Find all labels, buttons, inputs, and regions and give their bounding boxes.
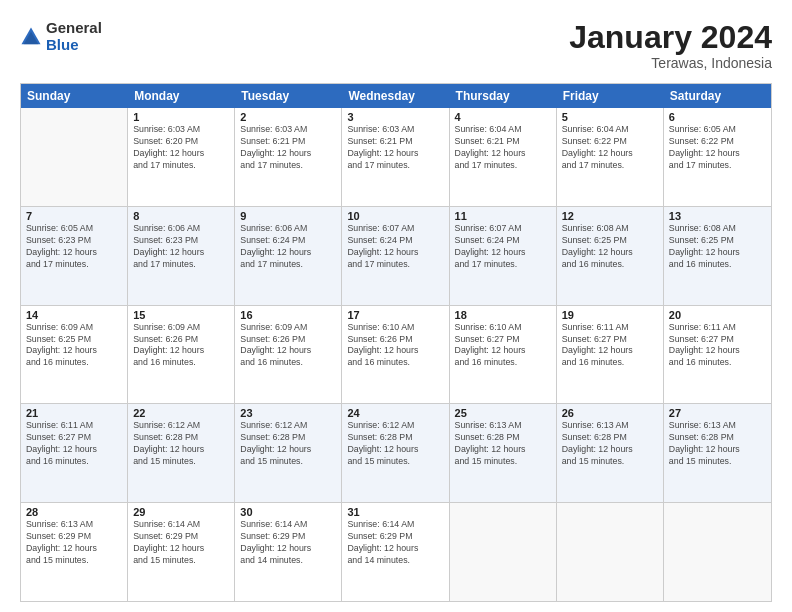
calendar-row-4: 28Sunrise: 6:13 AM Sunset: 6:29 PM Dayli… [21,503,771,601]
calendar-cell-5: 5Sunrise: 6:04 AM Sunset: 6:22 PM Daylig… [557,108,664,206]
cell-info: Sunrise: 6:13 AM Sunset: 6:29 PM Dayligh… [26,519,122,567]
day-number: 18 [455,309,551,321]
logo: General Blue [20,20,102,53]
calendar-header: SundayMondayTuesdayWednesdayThursdayFrid… [21,84,771,108]
day-number: 27 [669,407,766,419]
cell-info: Sunrise: 6:10 AM Sunset: 6:27 PM Dayligh… [455,322,551,370]
day-number: 25 [455,407,551,419]
cell-info: Sunrise: 6:12 AM Sunset: 6:28 PM Dayligh… [133,420,229,468]
logo-blue: Blue [46,37,102,54]
day-number: 7 [26,210,122,222]
header-day-wednesday: Wednesday [342,84,449,108]
header: General Blue January 2024 Terawas, Indon… [20,20,772,71]
calendar-cell-empty [21,108,128,206]
calendar-cell-6: 6Sunrise: 6:05 AM Sunset: 6:22 PM Daylig… [664,108,771,206]
cell-info: Sunrise: 6:06 AM Sunset: 6:24 PM Dayligh… [240,223,336,271]
cell-info: Sunrise: 6:04 AM Sunset: 6:21 PM Dayligh… [455,124,551,172]
cell-info: Sunrise: 6:07 AM Sunset: 6:24 PM Dayligh… [347,223,443,271]
day-number: 2 [240,111,336,123]
calendar-cell-empty [450,503,557,601]
title-block: January 2024 Terawas, Indonesia [569,20,772,71]
cell-info: Sunrise: 6:03 AM Sunset: 6:21 PM Dayligh… [240,124,336,172]
cell-info: Sunrise: 6:10 AM Sunset: 6:26 PM Dayligh… [347,322,443,370]
day-number: 23 [240,407,336,419]
calendar-cell-8: 8Sunrise: 6:06 AM Sunset: 6:23 PM Daylig… [128,207,235,305]
calendar-cell-26: 26Sunrise: 6:13 AM Sunset: 6:28 PM Dayli… [557,404,664,502]
cell-info: Sunrise: 6:09 AM Sunset: 6:25 PM Dayligh… [26,322,122,370]
calendar-row-2: 14Sunrise: 6:09 AM Sunset: 6:25 PM Dayli… [21,306,771,405]
header-day-monday: Monday [128,84,235,108]
cell-info: Sunrise: 6:05 AM Sunset: 6:23 PM Dayligh… [26,223,122,271]
header-day-saturday: Saturday [664,84,771,108]
calendar-cell-19: 19Sunrise: 6:11 AM Sunset: 6:27 PM Dayli… [557,306,664,404]
main-title: January 2024 [569,20,772,55]
day-number: 24 [347,407,443,419]
calendar-cell-16: 16Sunrise: 6:09 AM Sunset: 6:26 PM Dayli… [235,306,342,404]
calendar-cell-empty [664,503,771,601]
day-number: 16 [240,309,336,321]
day-number: 31 [347,506,443,518]
calendar-row-1: 7Sunrise: 6:05 AM Sunset: 6:23 PM Daylig… [21,207,771,306]
day-number: 1 [133,111,229,123]
cell-info: Sunrise: 6:14 AM Sunset: 6:29 PM Dayligh… [347,519,443,567]
calendar-cell-28: 28Sunrise: 6:13 AM Sunset: 6:29 PM Dayli… [21,503,128,601]
calendar-cell-empty [557,503,664,601]
day-number: 9 [240,210,336,222]
calendar-cell-30: 30Sunrise: 6:14 AM Sunset: 6:29 PM Dayli… [235,503,342,601]
day-number: 17 [347,309,443,321]
cell-info: Sunrise: 6:09 AM Sunset: 6:26 PM Dayligh… [240,322,336,370]
cell-info: Sunrise: 6:05 AM Sunset: 6:22 PM Dayligh… [669,124,766,172]
day-number: 4 [455,111,551,123]
calendar-cell-11: 11Sunrise: 6:07 AM Sunset: 6:24 PM Dayli… [450,207,557,305]
header-day-sunday: Sunday [21,84,128,108]
cell-info: Sunrise: 6:13 AM Sunset: 6:28 PM Dayligh… [455,420,551,468]
cell-info: Sunrise: 6:08 AM Sunset: 6:25 PM Dayligh… [669,223,766,271]
day-number: 14 [26,309,122,321]
calendar-cell-18: 18Sunrise: 6:10 AM Sunset: 6:27 PM Dayli… [450,306,557,404]
day-number: 15 [133,309,229,321]
day-number: 20 [669,309,766,321]
calendar-cell-25: 25Sunrise: 6:13 AM Sunset: 6:28 PM Dayli… [450,404,557,502]
calendar-cell-20: 20Sunrise: 6:11 AM Sunset: 6:27 PM Dayli… [664,306,771,404]
day-number: 11 [455,210,551,222]
calendar-body: 1Sunrise: 6:03 AM Sunset: 6:20 PM Daylig… [21,108,771,601]
cell-info: Sunrise: 6:07 AM Sunset: 6:24 PM Dayligh… [455,223,551,271]
day-number: 6 [669,111,766,123]
logo-text: General Blue [46,20,102,53]
calendar-cell-29: 29Sunrise: 6:14 AM Sunset: 6:29 PM Dayli… [128,503,235,601]
header-day-friday: Friday [557,84,664,108]
calendar-cell-4: 4Sunrise: 6:04 AM Sunset: 6:21 PM Daylig… [450,108,557,206]
calendar-cell-31: 31Sunrise: 6:14 AM Sunset: 6:29 PM Dayli… [342,503,449,601]
day-number: 5 [562,111,658,123]
calendar-row-3: 21Sunrise: 6:11 AM Sunset: 6:27 PM Dayli… [21,404,771,503]
calendar-cell-7: 7Sunrise: 6:05 AM Sunset: 6:23 PM Daylig… [21,207,128,305]
cell-info: Sunrise: 6:14 AM Sunset: 6:29 PM Dayligh… [240,519,336,567]
cell-info: Sunrise: 6:13 AM Sunset: 6:28 PM Dayligh… [562,420,658,468]
calendar-row-0: 1Sunrise: 6:03 AM Sunset: 6:20 PM Daylig… [21,108,771,207]
cell-info: Sunrise: 6:11 AM Sunset: 6:27 PM Dayligh… [669,322,766,370]
day-number: 13 [669,210,766,222]
day-number: 8 [133,210,229,222]
calendar-cell-17: 17Sunrise: 6:10 AM Sunset: 6:26 PM Dayli… [342,306,449,404]
day-number: 22 [133,407,229,419]
cell-info: Sunrise: 6:13 AM Sunset: 6:28 PM Dayligh… [669,420,766,468]
day-number: 30 [240,506,336,518]
cell-info: Sunrise: 6:11 AM Sunset: 6:27 PM Dayligh… [562,322,658,370]
calendar-cell-27: 27Sunrise: 6:13 AM Sunset: 6:28 PM Dayli… [664,404,771,502]
calendar-cell-14: 14Sunrise: 6:09 AM Sunset: 6:25 PM Dayli… [21,306,128,404]
calendar-cell-13: 13Sunrise: 6:08 AM Sunset: 6:25 PM Dayli… [664,207,771,305]
calendar-cell-15: 15Sunrise: 6:09 AM Sunset: 6:26 PM Dayli… [128,306,235,404]
cell-info: Sunrise: 6:12 AM Sunset: 6:28 PM Dayligh… [240,420,336,468]
day-number: 3 [347,111,443,123]
day-number: 28 [26,506,122,518]
calendar-cell-3: 3Sunrise: 6:03 AM Sunset: 6:21 PM Daylig… [342,108,449,206]
cell-info: Sunrise: 6:04 AM Sunset: 6:22 PM Dayligh… [562,124,658,172]
subtitle: Terawas, Indonesia [569,55,772,71]
calendar-cell-12: 12Sunrise: 6:08 AM Sunset: 6:25 PM Dayli… [557,207,664,305]
calendar-cell-1: 1Sunrise: 6:03 AM Sunset: 6:20 PM Daylig… [128,108,235,206]
calendar-cell-9: 9Sunrise: 6:06 AM Sunset: 6:24 PM Daylig… [235,207,342,305]
calendar-cell-2: 2Sunrise: 6:03 AM Sunset: 6:21 PM Daylig… [235,108,342,206]
calendar-cell-10: 10Sunrise: 6:07 AM Sunset: 6:24 PM Dayli… [342,207,449,305]
cell-info: Sunrise: 6:09 AM Sunset: 6:26 PM Dayligh… [133,322,229,370]
cell-info: Sunrise: 6:03 AM Sunset: 6:20 PM Dayligh… [133,124,229,172]
